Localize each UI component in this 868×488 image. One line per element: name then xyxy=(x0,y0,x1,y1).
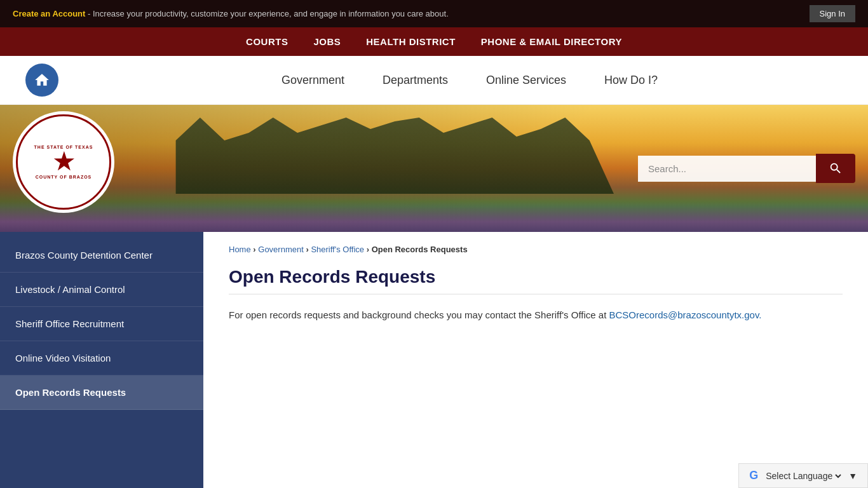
search-input[interactable] xyxy=(638,156,816,182)
breadcrumb-home[interactable]: Home xyxy=(229,245,251,254)
quick-nav-directory[interactable]: PHONE & EMAIL DIRECTORY xyxy=(481,36,622,47)
email-link[interactable]: BCSOrecords@brazoscountytx.gov. xyxy=(609,309,761,320)
sidebar-item-recruitment[interactable]: Sheriff Office Recruitment xyxy=(0,307,203,341)
content-area: Brazos County Detention Center Livestock… xyxy=(0,232,868,488)
sidebar-item-open-records[interactable]: Open Records Requests xyxy=(0,376,203,410)
quick-nav-courts[interactable]: COURTS xyxy=(246,36,288,47)
county-seal: THE STATE OF TEXAS ★ COUNTY OF BRAZOS xyxy=(13,111,114,213)
main-nav-links: Government Departments Online Services H… xyxy=(97,74,843,87)
main-content: Home › Government › Sheriff's Office › O… xyxy=(203,232,868,488)
hero-search xyxy=(638,154,855,183)
create-account-link[interactable]: Create an Account xyxy=(13,9,85,18)
chevron-down-icon: ▼ xyxy=(848,471,857,481)
main-nav: Government Departments Online Services H… xyxy=(0,56,868,105)
footer-translate: G Select Language ▼ xyxy=(738,463,868,488)
nav-online-services[interactable]: Online Services xyxy=(486,74,566,87)
hero-flowers-decoration xyxy=(0,181,868,232)
body-text-content: For open records requests and background… xyxy=(229,309,609,320)
quick-nav-health[interactable]: HEALTH DISTRICT xyxy=(366,36,456,47)
hero-banner: THE STATE OF TEXAS ★ COUNTY OF BRAZOS xyxy=(0,105,868,232)
home-button[interactable] xyxy=(25,64,58,97)
nav-government[interactable]: Government xyxy=(281,74,344,87)
sign-in-button[interactable]: Sign In xyxy=(810,5,855,22)
home-icon xyxy=(34,72,50,88)
search-button[interactable] xyxy=(816,154,855,183)
search-icon xyxy=(829,161,843,175)
top-banner: Create an Account - Increase your produc… xyxy=(0,0,868,27)
sidebar-item-animal-control[interactable]: Livestock / Animal Control xyxy=(0,273,203,307)
nav-how-do-i[interactable]: How Do I? xyxy=(604,74,658,87)
page-title: Open Records Requests xyxy=(229,267,843,295)
sidebar-item-video-visitation[interactable]: Online Video Visitation xyxy=(0,341,203,376)
sidebar-item-detention-center[interactable]: Brazos County Detention Center xyxy=(0,238,203,273)
body-text: For open records requests and background… xyxy=(229,308,843,323)
nav-departments[interactable]: Departments xyxy=(383,74,448,87)
quick-nav: COURTS JOBS HEALTH DISTRICT PHONE & EMAI… xyxy=(0,27,868,56)
breadcrumb-sheriffs-office[interactable]: Sheriff's Office xyxy=(311,245,364,254)
breadcrumb-government[interactable]: Government xyxy=(258,245,304,254)
banner-message: Create an Account - Increase your produc… xyxy=(13,9,449,18)
breadcrumb: Home › Government › Sheriff's Office › O… xyxy=(229,245,843,254)
banner-text: - Increase your productivity, customize … xyxy=(88,9,449,18)
seal-star: ★ xyxy=(53,151,74,173)
quick-nav-jobs[interactable]: JOBS xyxy=(313,36,341,47)
language-select[interactable]: Select Language xyxy=(763,470,843,482)
breadcrumb-sep3: › xyxy=(367,245,372,254)
translate-icon: G xyxy=(749,469,758,482)
seal-inner: THE STATE OF TEXAS ★ COUNTY OF BRAZOS xyxy=(16,114,111,210)
breadcrumb-current: Open Records Requests xyxy=(372,245,468,254)
seal-bottom-text: COUNTY OF BRAZOS xyxy=(36,175,92,179)
sidebar: Brazos County Detention Center Livestock… xyxy=(0,232,203,488)
